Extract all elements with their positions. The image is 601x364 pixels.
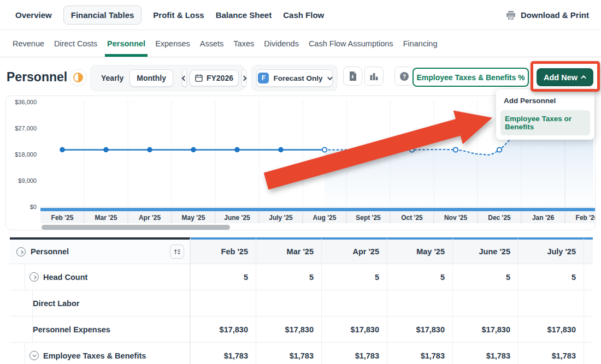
cell-head-count-mar-25[interactable]: 5 <box>256 264 321 290</box>
chevron-down-icon <box>33 353 37 357</box>
tab-revenue[interactable]: Revenue <box>12 30 45 57</box>
cell-personnel-expenses-july-25[interactable]: $17,830 <box>518 317 584 342</box>
cell-head-count-july-25[interactable]: 5 <box>518 264 584 290</box>
download-print-button[interactable]: Download & Print <box>506 0 589 30</box>
column-header-june-25: June '25 <box>452 237 518 264</box>
yearly-toggle[interactable]: Yearly <box>95 74 129 82</box>
chevron-down-circle-icon[interactable] <box>30 351 39 360</box>
cell-head-count-may-25[interactable]: 5 <box>387 264 452 290</box>
cell-head-count-june-25[interactable]: 5 <box>452 264 518 290</box>
row-label: Direct Labor <box>33 299 79 308</box>
row-label: Personnel Expenses <box>33 325 110 334</box>
monthly-toggle[interactable]: Monthly <box>129 69 173 87</box>
top-nav-balance-sheet[interactable]: Balance Sheet <box>216 10 272 20</box>
financial-tables-tabs: RevenueDirect CostsPersonnelExpensesAsse… <box>0 30 601 57</box>
row-spacer <box>584 317 593 342</box>
previous-year-button[interactable] <box>182 69 187 87</box>
file-download-icon <box>349 71 357 81</box>
cell-head-count-apr-25[interactable]: 5 <box>321 264 387 290</box>
cell-personnel-expenses-mar-25[interactable]: $17,830 <box>256 317 321 342</box>
row-label[interactable]: Employee Taxes & Benefits <box>43 351 146 360</box>
cell-employee-taxes-benefits-july-25[interactable]: $1,783 <box>518 343 584 364</box>
sort-settings-icon <box>173 248 181 255</box>
svg-text:$9,000: $9,000 <box>18 177 37 184</box>
svg-text:Aug '25: Aug '25 <box>313 214 337 222</box>
tab-direct-costs[interactable]: Direct Costs <box>54 30 98 57</box>
top-navigation: OverviewFinancial TablesProfit & LossBal… <box>0 0 601 30</box>
cell-direct-labor-feb-25[interactable] <box>190 290 256 316</box>
cell-head-count-feb-25[interactable]: 5 <box>190 264 256 290</box>
row-settings-button[interactable] <box>170 244 184 259</box>
svg-text:Mar '25: Mar '25 <box>95 214 117 222</box>
cell-employee-taxes-benefits-may-25[interactable]: $1,783 <box>387 343 452 364</box>
forecast-filter-group: F Forecast Only <box>251 65 338 91</box>
help-button[interactable]: ? <box>394 67 414 86</box>
top-nav-profit-loss[interactable]: Profit & Loss <box>153 10 204 20</box>
row-label-cell-employee-taxes-benefits: Employee Taxes & Benefits <box>10 343 190 364</box>
employee-taxes-benefits-button[interactable]: Employee Taxes & Benefits % <box>413 68 529 87</box>
tab-taxes[interactable]: Taxes <box>233 30 255 57</box>
cell-personnel-expenses-june-25[interactable]: $17,830 <box>452 317 518 342</box>
chevron-right-icon <box>241 75 247 81</box>
chevron-right-icon <box>33 276 37 279</box>
cell-personnel-expenses-apr-25[interactable]: $17,830 <box>321 317 387 342</box>
tab-assets[interactable]: Assets <box>199 30 225 57</box>
cell-direct-labor-july-25[interactable] <box>518 290 584 316</box>
chevron-down-icon <box>327 75 332 80</box>
tab-personnel[interactable]: Personnel <box>107 30 146 57</box>
row-gutter <box>22 317 33 342</box>
tab-expenses[interactable]: Expenses <box>155 30 191 57</box>
row-gutter <box>14 343 25 364</box>
chevron-right-circle-icon[interactable] <box>30 272 39 282</box>
cell-personnel-expenses-may-25[interactable]: $17,830 <box>387 317 452 342</box>
tab-dividends[interactable]: Dividends <box>263 30 299 57</box>
cell-employee-taxes-benefits-apr-25[interactable]: $1,783 <box>321 343 387 364</box>
cell-direct-labor-mar-25[interactable] <box>256 290 321 316</box>
row-label-cell-personnel-expenses: Personnel Expenses <box>10 317 190 342</box>
chevron-right-circle-icon[interactable] <box>16 247 26 256</box>
menu-item-add-personnel[interactable]: Add Personnel <box>496 93 594 108</box>
row-label[interactable]: Head Count <box>43 273 87 282</box>
svg-text:Sept '25: Sept '25 <box>356 214 381 222</box>
cell-direct-labor-may-25[interactable] <box>387 290 452 316</box>
table-header-personnel: Personnel <box>10 237 190 264</box>
tab-financing[interactable]: Financing <box>403 30 438 57</box>
cell-employee-taxes-benefits-june-25[interactable]: $1,783 <box>452 343 518 364</box>
export-document-button[interactable] <box>343 67 362 86</box>
row-spacer <box>584 343 593 364</box>
chart-toggle-button[interactable] <box>69 69 87 86</box>
printer-icon <box>506 11 516 20</box>
column-header-apr-25: Apr '25 <box>321 237 387 264</box>
cell-direct-labor-apr-25[interactable] <box>321 290 387 316</box>
column-header-mar-25: Mar '25 <box>256 237 321 264</box>
next-year-button[interactable] <box>241 69 246 87</box>
app-window: OverviewFinancial TablesProfit & LossBal… <box>0 0 601 364</box>
cell-direct-labor-june-25[interactable] <box>452 290 518 316</box>
svg-text:Nov '25: Nov '25 <box>444 214 468 222</box>
forecast-filter-label: Forecast Only <box>273 74 322 82</box>
top-nav-overview[interactable]: Overview <box>15 10 52 20</box>
svg-text:Dec '25: Dec '25 <box>488 214 511 222</box>
chart-view-button[interactable] <box>364 67 384 86</box>
add-new-button[interactable]: Add New <box>537 68 593 86</box>
fiscal-year-picker[interactable]: FY2026 <box>190 70 239 86</box>
forecast-filter-dropdown[interactable]: F Forecast Only <box>256 69 333 87</box>
menu-item-employee-taxes-or-benefits[interactable]: Employee Taxes or Benefits <box>500 110 590 135</box>
bar-chart-icon <box>370 73 378 80</box>
cell-personnel-expenses-feb-25[interactable]: $17,830 <box>190 317 256 342</box>
tab-cash-flow-assumptions[interactable]: Cash Flow Assumptions <box>308 30 394 57</box>
top-nav-cash-flow[interactable]: Cash Flow <box>283 10 324 20</box>
help-icon: ? <box>399 71 409 81</box>
svg-text:$18,000: $18,000 <box>15 151 37 158</box>
row-label-cell-head-count: Head Count <box>10 264 190 290</box>
top-nav-financial-tables[interactable]: Financial Tables <box>63 5 142 25</box>
download-print-label: Download & Print <box>521 10 589 20</box>
cell-employee-taxes-benefits-mar-25[interactable]: $1,783 <box>256 343 321 364</box>
cell-employee-taxes-benefits-feb-25[interactable]: $1,783 <box>190 343 256 364</box>
chart-scrollbar-thumb[interactable] <box>42 225 230 230</box>
chevron-up-icon <box>581 75 586 81</box>
contrast-icon <box>73 72 84 83</box>
row-label-cell-direct-labor: Direct Labor <box>10 290 190 316</box>
chevron-right-icon <box>20 250 23 254</box>
row-gutter <box>14 264 25 290</box>
